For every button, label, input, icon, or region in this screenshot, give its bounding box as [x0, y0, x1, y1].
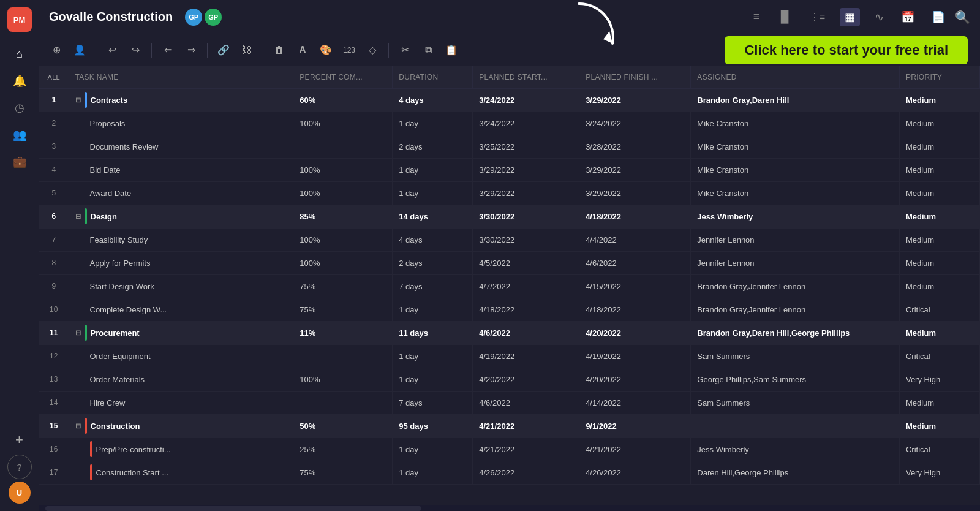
- link-button[interactable]: 🔗: [214, 40, 233, 60]
- table-row[interactable]: 6⊟ Design85%14 days3/30/20224/18/2022Jes…: [39, 205, 980, 228]
- table-row[interactable]: 14Hire Crew7 days4/6/20224/14/2022Sam Su…: [39, 391, 980, 414]
- row-id: 9: [39, 274, 69, 298]
- table-row[interactable]: 15⊟ Construction50%95 days4/21/20229/1/2…: [39, 414, 980, 437]
- col-priority[interactable]: PRIORITY: [899, 66, 979, 88]
- indent-button[interactable]: ⇒: [181, 40, 201, 60]
- collapse-icon[interactable]: ⊟: [75, 96, 81, 104]
- row-task-name[interactable]: Start Design Work: [69, 274, 293, 298]
- row-task-name[interactable]: ⊟ Procurement: [69, 321, 293, 344]
- list-view-btn[interactable]: ≡: [751, 8, 763, 26]
- table-row[interactable]: 3Documents Review2 days3/25/20223/28/202…: [39, 135, 980, 158]
- user-avatar[interactable]: U: [9, 482, 31, 504]
- collapse-icon[interactable]: ⊟: [75, 213, 81, 221]
- add-person-button[interactable]: 👤: [70, 40, 89, 60]
- task-name-text: Order Materials: [90, 375, 145, 384]
- sidebar-item-people[interactable]: 👥: [7, 123, 32, 147]
- delete-button[interactable]: 🗑: [270, 40, 289, 60]
- table-row[interactable]: 12Order Equipment1 day4/19/20224/19/2022…: [39, 344, 980, 368]
- copy-button[interactable]: ⧉: [418, 40, 438, 60]
- task-name-text: Start Design Work: [90, 282, 154, 291]
- row-id: 5: [39, 181, 69, 205]
- add-task-button[interactable]: ⊕: [47, 40, 66, 60]
- row-task-name[interactable]: Bid Date: [69, 158, 293, 181]
- sidebar-item-portfolio[interactable]: 💼: [7, 150, 32, 174]
- gantt-view-btn[interactable]: ⋮≡: [807, 9, 827, 25]
- font-button[interactable]: A: [293, 40, 312, 60]
- scrollbar-area[interactable]: [39, 505, 980, 511]
- row-percent: 100%: [293, 228, 393, 251]
- row-task-name[interactable]: Construction Start ...: [69, 461, 293, 484]
- col-task-name[interactable]: TASK NAME: [69, 66, 293, 88]
- row-task-name[interactable]: ⊟ Contracts: [69, 88, 293, 112]
- row-assigned: Mike Cranston: [691, 112, 900, 135]
- row-task-name[interactable]: Award Date: [69, 181, 293, 205]
- avatar-user2[interactable]: GP: [205, 9, 222, 26]
- table-row[interactable]: 4Bid Date100%1 day3/29/20223/29/2022Mike…: [39, 158, 980, 181]
- col-planned-start[interactable]: PLANNED START...: [473, 66, 579, 88]
- avatar-user1[interactable]: GP: [185, 9, 202, 26]
- row-task-name[interactable]: Proposals: [69, 112, 293, 135]
- table-row[interactable]: 17Construction Start ...75%1 day4/26/202…: [39, 461, 980, 484]
- row-duration: 4 days: [393, 228, 473, 251]
- unlink-button[interactable]: ⛓: [237, 40, 257, 60]
- task-name-text: Bid Date: [90, 165, 121, 175]
- pulse-view-btn[interactable]: ∿: [872, 8, 886, 26]
- table-row[interactable]: 13Order Materials100%1 day4/20/20224/20/…: [39, 368, 980, 391]
- calendar-view-btn[interactable]: 📅: [899, 8, 917, 26]
- table-row[interactable]: 10Complete Design W...75%1 day4/18/20224…: [39, 298, 980, 321]
- chart-view-btn[interactable]: ▐▌: [774, 8, 795, 26]
- table-row[interactable]: 8Apply for Permits100%2 days4/5/20224/6/…: [39, 251, 980, 274]
- row-task-name[interactable]: Documents Review: [69, 135, 293, 158]
- sidebar-item-help[interactable]: ?: [7, 455, 32, 479]
- row-percent: 75%: [293, 461, 393, 484]
- table-row[interactable]: 7Feasibility Study100%4 days3/30/20224/4…: [39, 228, 980, 251]
- col-planned-finish[interactable]: PLANNED FINISH ...: [579, 66, 691, 88]
- row-planned-finish: 9/1/2022: [579, 414, 691, 437]
- shape-button[interactable]: ◇: [363, 40, 382, 60]
- row-priority: Medium: [899, 112, 979, 135]
- col-all[interactable]: ALL: [39, 66, 69, 88]
- row-task-name[interactable]: ⊟ Construction: [69, 414, 293, 437]
- row-task-name[interactable]: ⊟ Design: [69, 205, 293, 228]
- table-row[interactable]: 11⊟ Procurement11%11 days4/6/20224/20/20…: [39, 321, 980, 344]
- file-view-btn[interactable]: 📄: [929, 8, 948, 26]
- row-task-name[interactable]: Prep/Pre-constructi...: [69, 437, 293, 461]
- group-color-bar: [85, 208, 87, 224]
- col-percent[interactable]: PERCENT COM...: [293, 66, 393, 88]
- redo-button[interactable]: ↪: [126, 40, 145, 60]
- table-row[interactable]: 16Prep/Pre-constructi...25%1 day4/21/202…: [39, 437, 980, 461]
- paint-button[interactable]: 🎨: [316, 40, 336, 60]
- table-row[interactable]: 2Proposals100%1 day3/24/20223/24/2022Mik…: [39, 112, 980, 135]
- grid-view-btn[interactable]: ▦: [840, 8, 860, 26]
- row-id: 16: [39, 437, 69, 461]
- row-task-name[interactable]: Apply for Permits: [69, 251, 293, 274]
- row-planned-start: 4/5/2022: [473, 251, 579, 274]
- collapse-icon[interactable]: ⊟: [75, 329, 81, 337]
- sidebar-item-notifications[interactable]: 🔔: [7, 69, 32, 93]
- search-icon[interactable]: 🔍: [955, 10, 970, 25]
- table-row[interactable]: 9Start Design Work75%7 days4/7/20224/15/…: [39, 274, 980, 298]
- row-task-name[interactable]: Hire Crew: [69, 391, 293, 414]
- table-row[interactable]: 1⊟ Contracts60%4 days3/24/20223/29/2022B…: [39, 88, 980, 112]
- app-logo[interactable]: PM: [7, 7, 32, 32]
- row-task-name[interactable]: Feasibility Study: [69, 228, 293, 251]
- sidebar-item-activity[interactable]: ◷: [7, 96, 32, 120]
- cut-button[interactable]: ✂: [395, 40, 415, 60]
- table-row[interactable]: 5Award Date100%1 day3/29/20223/29/2022Mi…: [39, 181, 980, 205]
- row-task-name[interactable]: Order Equipment: [69, 344, 293, 368]
- sidebar-item-home[interactable]: ⌂: [7, 42, 32, 66]
- outdent-button[interactable]: ⇐: [158, 40, 178, 60]
- collapse-icon[interactable]: ⊟: [75, 422, 81, 430]
- row-planned-start: 3/29/2022: [473, 158, 579, 181]
- row-task-name[interactable]: Order Materials: [69, 368, 293, 391]
- paste-button[interactable]: 📋: [442, 40, 461, 60]
- col-assigned[interactable]: ASSIGNED: [691, 66, 900, 88]
- undo-button[interactable]: ↩: [102, 40, 122, 60]
- row-planned-start: 4/21/2022: [473, 437, 579, 461]
- task-table-container[interactable]: ALL TASK NAME PERCENT COM... DURATION PL…: [39, 66, 980, 505]
- sidebar-item-add[interactable]: +: [7, 428, 32, 452]
- row-task-name[interactable]: Complete Design W...: [69, 298, 293, 321]
- col-duration[interactable]: DURATION: [393, 66, 473, 88]
- free-trial-banner[interactable]: Click here to start your free trial: [725, 36, 968, 64]
- number-button[interactable]: 123: [339, 40, 359, 60]
